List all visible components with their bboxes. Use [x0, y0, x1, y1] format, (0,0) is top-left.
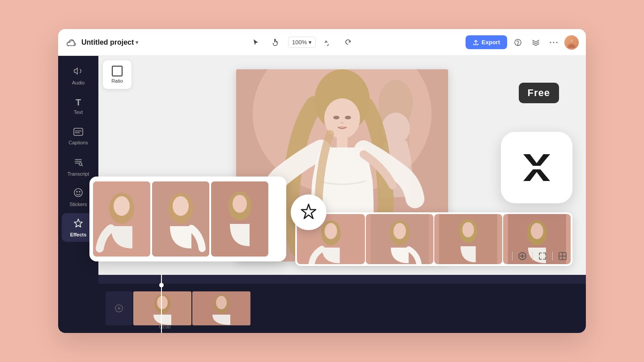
svg-point-30	[173, 196, 189, 216]
transcript-icon	[73, 157, 83, 169]
layout-btn[interactable]	[556, 250, 569, 262]
divider-3	[552, 252, 553, 261]
svg-point-2	[550, 42, 551, 43]
zoom-control[interactable]: 100% ▾	[288, 37, 316, 48]
film-frame-2	[366, 214, 434, 264]
ratio-icon	[112, 66, 123, 76]
film-frame-3	[434, 214, 502, 264]
svg-point-3	[553, 42, 555, 43]
free-badge-label: Free	[528, 87, 550, 98]
filmstrip-overlay	[295, 212, 572, 266]
timeline-track	[98, 290, 586, 326]
sidebar-item-captions[interactable]: Captions	[62, 122, 95, 151]
help-btn[interactable]	[511, 35, 525, 50]
project-name-btn[interactable]: Untitled project ▾	[81, 38, 138, 46]
cloud-icon	[65, 36, 78, 49]
svg-point-10	[76, 191, 77, 192]
add-track-btn[interactable]	[516, 250, 529, 262]
content-area: Audio T Text Captions	[58, 56, 586, 333]
user-avatar[interactable]	[564, 35, 579, 50]
svg-point-43	[462, 222, 474, 237]
expand-btn[interactable]	[536, 250, 549, 262]
svg-point-40	[393, 223, 406, 239]
cursor-tool-btn[interactable]	[249, 35, 263, 50]
svg-point-1	[518, 44, 518, 45]
hand-tool-btn[interactable]	[268, 35, 283, 50]
phone-overlay	[89, 177, 286, 261]
phone-thumb-1	[93, 181, 150, 257]
topbar-center: 100% ▾	[144, 35, 460, 50]
free-badge: Free	[519, 83, 559, 103]
timeline-area: 00:00	[98, 275, 586, 333]
sidebar-text-label: Text	[74, 109, 83, 115]
ratio-button[interactable]: Ratio	[103, 60, 131, 89]
playhead-head	[159, 283, 164, 287]
phone-thumb-3	[211, 181, 268, 257]
capcut-logo-icon	[514, 145, 559, 190]
zoom-level-text: 100%	[292, 39, 307, 46]
filmstrip-controls	[511, 250, 569, 262]
editor-main: Ratio	[98, 56, 586, 333]
divider-2	[532, 252, 533, 261]
audio-icon	[73, 66, 83, 78]
text-icon: T	[76, 97, 81, 108]
ratio-label: Ratio	[111, 78, 123, 84]
topbar: Untitled project ▾ 100% ▾	[58, 29, 586, 56]
svg-marker-34	[301, 204, 316, 219]
redo-btn[interactable]	[341, 35, 355, 50]
capcut-logo-card	[501, 132, 572, 203]
svg-point-46	[530, 223, 543, 239]
playhead[interactable]	[161, 275, 162, 333]
sidebar-audio-label: Audio	[72, 80, 85, 85]
timeline-thumb-1	[133, 291, 191, 325]
sidebar-transcript-label: Transcript	[68, 171, 89, 177]
svg-point-11	[79, 191, 80, 192]
ratio-panel: Ratio	[103, 60, 131, 89]
undo-btn[interactable]	[321, 35, 335, 50]
more-btn[interactable]	[547, 35, 561, 50]
topbar-right: Export	[466, 35, 579, 50]
svg-rect-7	[74, 128, 83, 135]
sidebar-captions-label: Captions	[68, 140, 88, 145]
svg-point-52	[157, 296, 168, 309]
svg-marker-12	[74, 219, 82, 227]
svg-point-22	[333, 116, 339, 119]
star-effect-icon	[299, 202, 318, 222]
timeline-thumb-2	[192, 291, 250, 325]
canvas-area: Ratio	[98, 56, 586, 275]
project-name-text: Untitled project	[81, 38, 134, 46]
sidebar-item-transcript[interactable]: Transcript	[62, 152, 95, 181]
effects-star-button[interactable]	[291, 194, 326, 230]
timeline-ruler	[98, 275, 586, 284]
captions-icon	[73, 128, 83, 138]
effects-icon	[73, 218, 83, 230]
svg-point-37	[325, 223, 337, 239]
sidebar-item-audio[interactable]: Audio	[62, 61, 95, 90]
sidebar-stickers-label: Stickers	[69, 202, 87, 207]
export-button[interactable]: Export	[466, 35, 507, 49]
svg-point-4	[556, 42, 558, 43]
export-label: Export	[482, 39, 500, 46]
layers-btn[interactable]	[529, 35, 543, 50]
svg-point-6	[570, 39, 573, 42]
svg-point-9	[74, 189, 82, 197]
svg-point-27	[114, 196, 130, 216]
stickers-icon	[73, 188, 83, 200]
main-window: Untitled project ▾ 100% ▾	[58, 29, 586, 333]
sidebar-item-text[interactable]: T Text	[62, 92, 95, 120]
timeline-label	[106, 291, 132, 325]
svg-point-23	[345, 116, 351, 119]
sidebar-effects-label: Effects	[70, 232, 87, 237]
topbar-left: Untitled project ▾	[65, 36, 138, 49]
avatar-image	[564, 35, 579, 50]
project-chevron-icon: ▾	[136, 39, 138, 46]
svg-point-55	[216, 296, 227, 309]
svg-rect-24	[519, 166, 555, 169]
zoom-chevron-icon: ▾	[309, 39, 312, 46]
svg-point-33	[233, 195, 247, 213]
divider-1	[512, 252, 513, 261]
phone-thumb-2	[152, 181, 209, 257]
